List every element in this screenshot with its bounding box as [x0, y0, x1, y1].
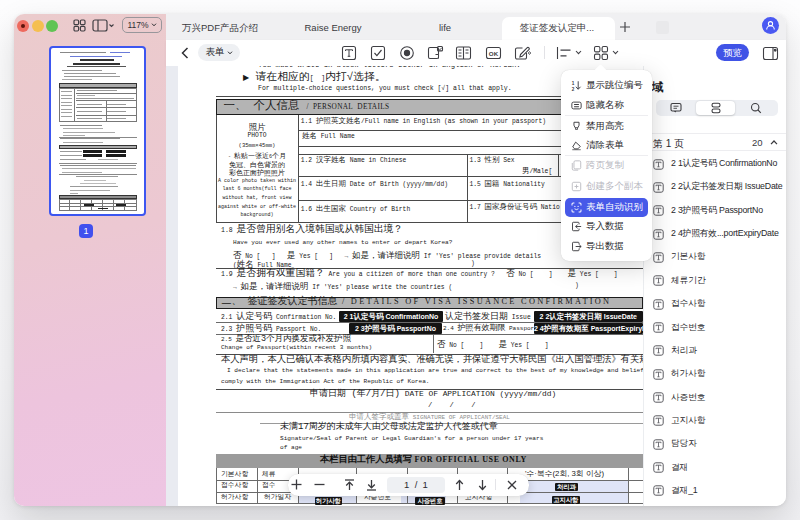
- svg-text:1: 1: [572, 80, 575, 85]
- svg-text:2: 2: [572, 86, 575, 90]
- svg-text:OK: OK: [488, 50, 498, 57]
